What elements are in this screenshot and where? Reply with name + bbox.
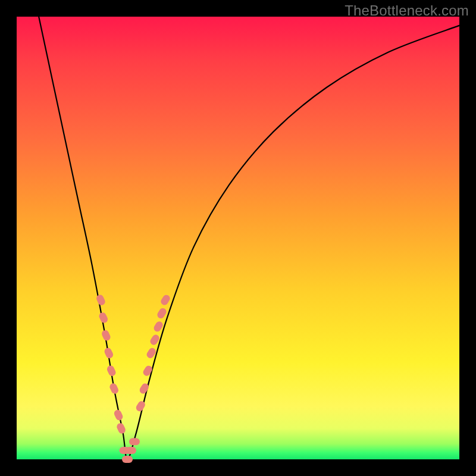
curve-marker bbox=[101, 329, 111, 342]
curve-marker bbox=[113, 409, 124, 421]
curve-marker bbox=[159, 293, 171, 306]
curve-marker bbox=[122, 456, 133, 463]
bottleneck-curve bbox=[39, 17, 459, 459]
curve-marker bbox=[98, 311, 109, 324]
curve-marker bbox=[106, 365, 117, 377]
curve-marker bbox=[95, 294, 106, 306]
chart-frame: TheBottleneck.com bbox=[0, 0, 476, 476]
curve-layer bbox=[17, 17, 459, 459]
marker-group bbox=[95, 293, 171, 463]
curve-marker bbox=[129, 438, 140, 445]
curve-marker bbox=[156, 307, 168, 320]
curve-marker bbox=[108, 382, 119, 394]
curve-marker bbox=[134, 400, 146, 413]
curve-marker bbox=[126, 447, 136, 454]
plot-area bbox=[17, 17, 459, 459]
curve-marker bbox=[115, 422, 126, 434]
curve-marker bbox=[104, 347, 114, 359]
curve-marker bbox=[142, 364, 154, 377]
